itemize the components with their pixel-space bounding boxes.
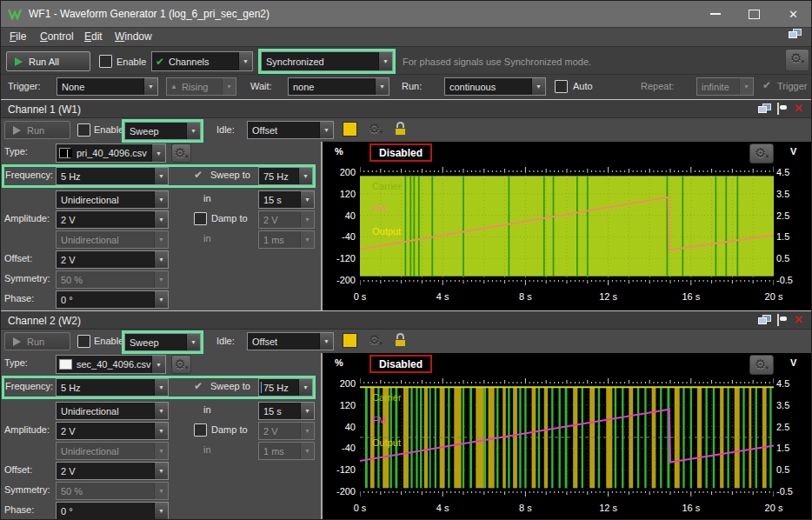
channels-dropdown[interactable]: ✔ Channels ▼ xyxy=(151,51,253,71)
channel2-type-settings-button[interactable]: ⚙▾ xyxy=(171,355,191,374)
close-channel-icon[interactable]: ✕ xyxy=(794,314,803,325)
channel2-phase-dropdown[interactable]: 0 ° ▼ xyxy=(56,502,169,520)
repeat-dropdown: infinite ▼ xyxy=(696,77,754,96)
channel1-frequency-dropdown[interactable]: 5 Hz ▼ xyxy=(56,167,169,185)
plot-settings-button[interactable]: ⚙▾ xyxy=(749,355,774,375)
chevron-down-icon: ▼ xyxy=(154,211,168,228)
waveform-canvas: CarrierFMOutput xyxy=(360,166,774,288)
generator-options-button[interactable]: ⚙▾ xyxy=(785,49,809,71)
channel2-sweep-to-dropdown[interactable]: 75 Hz ▼ xyxy=(258,378,313,397)
channel2-titlebar[interactable]: Channel 2 (W2) ✕ xyxy=(1,311,811,330)
chevron-down-icon: ▼ xyxy=(154,271,168,288)
run-all-button[interactable]: Run All xyxy=(6,51,90,71)
menu-file[interactable]: File xyxy=(10,30,26,43)
channel-color-swatch[interactable] xyxy=(343,122,357,137)
channel2-type-dropdown[interactable]: sec_40_4096.csv ▼ xyxy=(56,355,166,374)
maximize-channel-icon[interactable] xyxy=(777,103,779,115)
play-icon xyxy=(13,126,21,135)
maximize-channel-icon[interactable] xyxy=(777,314,779,326)
menu-edit[interactable]: Edit xyxy=(84,30,103,43)
chevron-down-icon: ▼ xyxy=(186,123,200,139)
chevron-down-icon: ▼ xyxy=(222,78,236,95)
channel1-enable-checkbox[interactable] xyxy=(77,123,90,137)
chevron-down-icon: ▼ xyxy=(300,443,314,459)
svg-text:Output: Output xyxy=(372,226,401,237)
run-mode-label: Run: xyxy=(402,81,422,91)
chevron-down-icon: ▼ xyxy=(238,52,252,70)
channel1-damp-value-dropdown: 2 V ▼ xyxy=(258,210,315,229)
channel2-run-button[interactable]: Run xyxy=(4,332,70,350)
close-channel-icon[interactable]: ✕ xyxy=(794,103,803,114)
app-window: WF1 - Waveform Generator 1 (log_6_pri_se… xyxy=(0,0,812,520)
channel2-settings-button[interactable]: ⚙▾ xyxy=(369,333,383,347)
channel2-damp-checkbox[interactable] xyxy=(194,423,207,437)
channel2-amplitude-dropdown[interactable]: 2 V ▼ xyxy=(56,422,169,440)
close-button[interactable]: ✕ xyxy=(774,1,812,27)
sync-mode-dropdown[interactable]: Synchronized ▼ xyxy=(261,51,393,71)
channel2-damp-value-dropdown: 2 V ▼ xyxy=(258,422,315,440)
right-axis-unit: V xyxy=(790,357,796,368)
channel2-enable-checkbox[interactable] xyxy=(77,335,90,348)
chevron-down-icon: ▼ xyxy=(154,483,168,499)
svg-text:Output: Output xyxy=(372,437,401,448)
run-mode-dropdown[interactable]: continuous ▼ xyxy=(444,77,546,96)
channel-color-swatch[interactable] xyxy=(343,333,357,348)
titlebar[interactable]: WF1 - Waveform Generator 1 (log_6_pri_se… xyxy=(1,1,811,27)
channel2-frequency-dropdown[interactable]: 5 Hz ▼ xyxy=(56,378,169,397)
channel1-titlebar[interactable]: Channel 1 (W1) ✕ xyxy=(1,100,811,118)
channel2-offset-dropdown[interactable]: 2 V ▼ xyxy=(56,462,169,480)
auto-checkbox[interactable] xyxy=(555,80,568,93)
chevron-down-icon: ▼ xyxy=(300,191,314,208)
play-icon xyxy=(15,57,23,66)
svg-text:Carrier: Carrier xyxy=(372,181,402,191)
channel1-type-settings-button[interactable]: ⚙▾ xyxy=(171,143,191,163)
plot-settings-button[interactable]: ⚙▾ xyxy=(749,143,774,163)
gear-icon: ⚙ xyxy=(175,146,186,159)
channel-title: Channel 1 (W1) xyxy=(8,103,81,116)
channel2-mode-dropdown[interactable]: Sweep ▼ xyxy=(124,333,201,351)
channel1-run-button[interactable]: Run xyxy=(4,121,70,139)
channel1-sweep-direction-dropdown[interactable]: Unidirectional ▼ xyxy=(56,190,169,209)
chevron-down-icon: ▼ xyxy=(300,211,314,228)
channel1-offset-dropdown[interactable]: 2 V ▼ xyxy=(56,250,169,269)
trigger-slope-dropdown: ▲ Rising ▼ xyxy=(166,77,236,96)
channel1-amplitude-dropdown[interactable]: 2 V ▼ xyxy=(56,210,169,229)
trigger-button[interactable]: Trigger xyxy=(777,81,807,91)
minimize-button[interactable] xyxy=(696,1,735,27)
master-enable-checkbox[interactable] xyxy=(99,55,112,68)
channel2-idle-dropdown[interactable]: Offset ▼ xyxy=(247,332,334,350)
channel1-waveform-plot: % Disabled ⚙▾ V CarrierFMOutput 20012040… xyxy=(321,142,811,310)
chevron-down-icon: ▼ xyxy=(154,403,168,419)
chevron-down-icon: ▼ xyxy=(154,423,168,439)
maximize-button[interactable] xyxy=(735,1,774,27)
gear-icon: ⚙ xyxy=(755,357,766,370)
gear-icon: ⚙ xyxy=(175,357,186,370)
channel1-settings-button[interactable]: ⚙▾ xyxy=(369,122,383,136)
menu-window[interactable]: Window xyxy=(115,30,152,43)
channel1-sweep-time-dropdown[interactable]: 15 s ▼ xyxy=(258,190,315,209)
chevron-down-icon: ▾ xyxy=(379,340,383,347)
chevron-down-icon: ▾ xyxy=(379,129,383,136)
channel1-idle-dropdown[interactable]: Offset ▼ xyxy=(247,121,334,139)
channel1-mode-dropdown[interactable]: Sweep ▼ xyxy=(124,122,201,140)
channel1-damp-checkbox[interactable] xyxy=(194,212,207,225)
close-icon: ✕ xyxy=(789,8,798,21)
float-window-button[interactable] xyxy=(789,29,802,42)
trigger-source-dropdown[interactable]: None ▼ xyxy=(57,77,158,96)
chevron-down-icon: ▼ xyxy=(154,251,168,268)
chevron-down-icon: ▼ xyxy=(154,291,168,308)
chevron-down-icon: ▼ xyxy=(154,463,168,479)
chevron-down-icon: ▾ xyxy=(765,153,769,160)
wait-dropdown[interactable]: none ▼ xyxy=(288,77,389,96)
channel2-sweep-time-dropdown[interactable]: 15 s ▼ xyxy=(258,402,315,420)
svg-text:FM: FM xyxy=(372,415,386,425)
channel2-sweep-direction-dropdown[interactable]: Unidirectional ▼ xyxy=(56,402,169,420)
channel1-phase-dropdown[interactable]: 0 ° ▼ xyxy=(56,290,169,309)
channel-title: Channel 2 (W2) xyxy=(8,315,81,327)
menu-control[interactable]: Control xyxy=(40,30,74,43)
chevron-down-icon: ▼ xyxy=(319,122,333,138)
channel1-sweep-to-dropdown[interactable]: 75 Hz ▼ xyxy=(258,167,313,185)
channel-1-section: Channel 1 (W1) ✕ Run Enable Sweep ▼ Idle… xyxy=(1,99,811,310)
app-icon xyxy=(8,7,22,23)
channel1-type-dropdown[interactable]: pri_40_4096.csv ▼ xyxy=(56,143,166,163)
